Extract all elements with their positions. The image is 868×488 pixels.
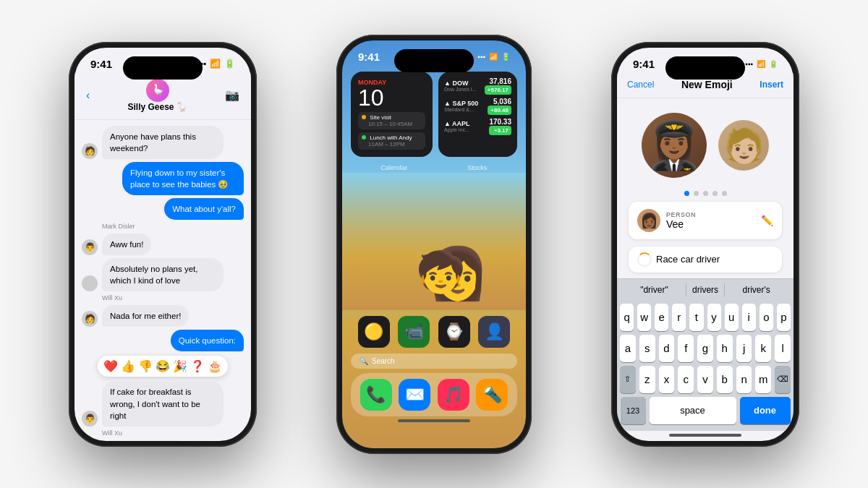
stock-item-sp500: ▲ S&P 500 Standard &... 5,036 +80.48 [444, 98, 511, 115]
calendar-day-number: 10 [358, 86, 425, 109]
dock: 📞 ✉️ 🎵 🔦 [351, 373, 517, 416]
key-done[interactable]: done [740, 397, 791, 424]
key-i[interactable]: i [742, 304, 756, 331]
dot-3[interactable] [703, 191, 708, 196]
key-k[interactable]: k [755, 335, 771, 362]
emoji-text-input-area[interactable]: Race car driver [629, 247, 782, 273]
tapback-thumbsup[interactable]: 👍 [121, 359, 135, 373]
key-a[interactable]: a [620, 335, 636, 362]
keyboard-row-1: q w e r t y u i o p [617, 304, 793, 331]
stock-price: 37,816 [485, 77, 511, 85]
key-v[interactable]: v [697, 366, 713, 393]
main-scene: 9:41 ▪▪▪ 📶 🔋 ‹ 🪿 Silly Geese 🪿 📷 [0, 0, 868, 488]
insert-button[interactable]: Insert [760, 80, 783, 90]
tapback-picker[interactable]: ❤️ 👍 👎 😂 🎉 ❓ 🎂 [98, 356, 228, 377]
key-m[interactable]: m [755, 366, 771, 393]
dock-phone[interactable]: 📞 [360, 379, 392, 411]
stock-price: 170.33 [489, 118, 511, 126]
key-n[interactable]: n [736, 366, 752, 393]
dock-flashlight[interactable]: 🔦 [476, 379, 508, 411]
emoji-search-input[interactable]: Race car driver [656, 254, 773, 265]
app-watch[interactable]: ⌚ [438, 316, 470, 348]
key-x[interactable]: x [659, 366, 675, 393]
tapback-heart[interactable]: ❤️ [103, 359, 118, 373]
spotlight-search[interactable]: 🔍 Search [351, 354, 517, 369]
key-o[interactable]: o [760, 304, 773, 331]
key-c[interactable]: c [678, 366, 694, 393]
event-time-1: 10:15 – 10:45AM [368, 121, 412, 127]
widget-area: MONDAY 10 Site visit 10:15 – 10:45AM Lun… [342, 66, 526, 163]
avatar [82, 275, 98, 291]
key-numbers[interactable]: 123 [621, 397, 646, 424]
key-delete[interactable]: ⌫ [775, 366, 791, 393]
key-t[interactable]: t [689, 304, 703, 331]
event-time-2: 11AM – 12PM [368, 141, 405, 147]
tapback-exclaim[interactable]: 🎉 [173, 359, 187, 373]
app-find-my[interactable]: 🟡 [358, 316, 390, 348]
message-bubble: Aww fun! [102, 234, 151, 255]
group-name: Silly Geese 🪿 [127, 102, 187, 112]
key-d[interactable]: d [659, 335, 675, 362]
key-l[interactable]: l [775, 335, 791, 362]
tapback-question[interactable]: ❓ [190, 359, 205, 373]
key-j[interactable]: j [736, 335, 752, 362]
key-e[interactable]: e [655, 304, 668, 331]
app-facetime[interactable]: 📹 [398, 316, 430, 348]
key-q[interactable]: q [620, 304, 634, 331]
key-b[interactable]: b [717, 366, 733, 393]
home-indicator-3 [669, 434, 741, 437]
key-s[interactable]: s [639, 335, 655, 362]
status-icons-1: ▪▪▪ 📶 🔋 [197, 59, 235, 69]
cancel-button[interactable]: Cancel [627, 80, 654, 90]
secondary-emoji-character[interactable]: 🧑🏼 [718, 120, 769, 171]
dot-5[interactable] [722, 191, 727, 196]
pred-word-1[interactable]: "driver" [634, 283, 674, 296]
dot-1[interactable] [684, 191, 689, 196]
key-h[interactable]: h [717, 335, 733, 362]
dock-mail[interactable]: ✉️ [399, 379, 430, 411]
key-z[interactable]: z [639, 366, 655, 393]
stock-subtitle: Dow Jones I... [444, 87, 476, 92]
key-y[interactable]: y [707, 304, 721, 331]
emoji-face-secondary: 🧑🏼 [723, 126, 765, 165]
key-r[interactable]: r [672, 304, 686, 331]
dot-4[interactable] [712, 191, 718, 196]
message-row: Quick question: [82, 330, 244, 351]
stocks-widget[interactable]: ▲ DOW Dow Jones I... 37,816 +570.17 ▲ S&… [438, 72, 517, 157]
key-space[interactable]: space [650, 397, 736, 424]
back-button[interactable]: ‹ [86, 89, 90, 102]
message-bubble: What about y'all? [164, 198, 244, 220]
tapback-thumbsdown[interactable]: 👎 [138, 359, 153, 373]
pred-word-2[interactable]: drivers [686, 283, 725, 296]
phone-emoji: 9:41 ▪▪▪ 📶 🔋 Cancel New Emoji Insert 👩🏾‍… [611, 42, 799, 447]
wifi-icon-2: 📶 [489, 53, 498, 61]
tapback-haha[interactable]: 😂 [156, 359, 170, 373]
stocks-label: Stocks [467, 164, 487, 171]
app-contacts[interactable]: 👤 [478, 316, 510, 348]
battery-icon-1: 🔋 [224, 59, 235, 69]
edit-icon[interactable]: ✏️ [761, 215, 773, 226]
message-bubble: Quick question: [171, 330, 244, 351]
predictive-text-bar: "driver" drivers driver's [617, 278, 793, 301]
key-shift[interactable]: ⇧ [620, 366, 636, 393]
conversation-info[interactable]: 🪿 Silly Geese 🪿 [127, 79, 187, 112]
tapback-cake[interactable]: 🎂 [208, 359, 222, 373]
key-p[interactable]: p [777, 304, 791, 331]
key-u[interactable]: u [725, 304, 739, 331]
key-w[interactable]: w [637, 304, 651, 331]
event-color-dot [362, 135, 366, 140]
video-call-button[interactable]: 📷 [225, 88, 239, 102]
key-g[interactable]: g [697, 335, 713, 362]
dot-2[interactable] [694, 191, 699, 196]
dock-music[interactable]: 🎵 [438, 379, 469, 411]
avatar: 👨 [82, 411, 98, 427]
search-placeholder: Search [372, 357, 395, 365]
person-label: 👩🏾 PERSON Vee ✏️ [629, 202, 782, 239]
calendar-widget[interactable]: MONDAY 10 Site visit 10:15 – 10:45AM Lun… [351, 72, 433, 157]
main-emoji-character[interactable]: 👩🏾‍✈️ [642, 113, 707, 178]
key-f[interactable]: f [678, 335, 694, 362]
stock-item-dow: ▲ DOW Dow Jones I... 37,816 +570.17 [444, 77, 511, 95]
pred-word-3[interactable]: driver's [736, 283, 775, 296]
avatar: 👨 [82, 239, 98, 255]
sender-label: Will Xu [102, 294, 244, 301]
